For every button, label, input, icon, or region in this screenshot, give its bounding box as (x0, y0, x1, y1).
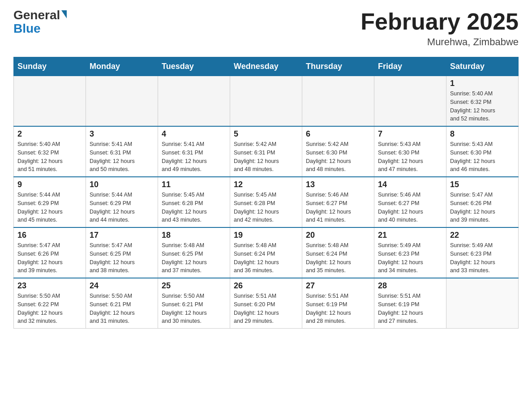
day-info: Sunrise: 5:51 AM Sunset: 6:20 PM Dayligh… (234, 292, 298, 325)
day-info: Sunrise: 5:42 AM Sunset: 6:30 PM Dayligh… (306, 140, 370, 174)
day-info: Sunrise: 5:49 AM Sunset: 6:23 PM Dayligh… (450, 241, 515, 275)
calendar-cell: 12Sunrise: 5:45 AM Sunset: 6:28 PM Dayli… (230, 177, 302, 227)
day-info: Sunrise: 5:51 AM Sunset: 6:19 PM Dayligh… (378, 292, 442, 325)
day-info: Sunrise: 5:47 AM Sunset: 6:26 PM Dayligh… (17, 241, 82, 275)
day-of-week-friday: Friday (374, 57, 446, 76)
calendar-cell: 10Sunrise: 5:44 AM Sunset: 6:29 PM Dayli… (86, 177, 158, 227)
title-block: February 2025 Murehwa, Zimbabwe (360, 9, 519, 48)
calendar-cell: 17Sunrise: 5:47 AM Sunset: 6:25 PM Dayli… (86, 227, 158, 278)
calendar-cell: 26Sunrise: 5:51 AM Sunset: 6:20 PM Dayli… (230, 278, 302, 329)
day-info: Sunrise: 5:51 AM Sunset: 6:19 PM Dayligh… (306, 292, 370, 325)
day-number: 11 (162, 180, 226, 189)
calendar-cell: 23Sunrise: 5:50 AM Sunset: 6:22 PM Dayli… (14, 278, 86, 329)
calendar-cell: 27Sunrise: 5:51 AM Sunset: 6:19 PM Dayli… (302, 278, 374, 329)
logo: General Blue (13, 9, 67, 35)
day-info: Sunrise: 5:46 AM Sunset: 6:27 PM Dayligh… (306, 191, 370, 224)
calendar-cell: 6Sunrise: 5:42 AM Sunset: 6:30 PM Daylig… (302, 126, 374, 177)
day-number: 24 (90, 281, 154, 291)
day-info: Sunrise: 5:46 AM Sunset: 6:27 PM Dayligh… (378, 191, 442, 224)
day-number: 1 (450, 79, 515, 88)
day-info: Sunrise: 5:42 AM Sunset: 6:31 PM Dayligh… (234, 140, 298, 174)
day-info: Sunrise: 5:41 AM Sunset: 6:31 PM Dayligh… (90, 140, 154, 174)
day-info: Sunrise: 5:43 AM Sunset: 6:30 PM Dayligh… (450, 140, 515, 174)
day-number: 23 (17, 281, 82, 291)
day-number: 12 (234, 180, 298, 189)
day-number: 20 (306, 231, 370, 240)
day-of-week-thursday: Thursday (302, 57, 374, 76)
day-number: 25 (162, 281, 226, 291)
calendar-cell (302, 76, 374, 127)
day-info: Sunrise: 5:47 AM Sunset: 6:25 PM Dayligh… (90, 241, 154, 275)
calendar-cell: 11Sunrise: 5:45 AM Sunset: 6:28 PM Dayli… (158, 177, 230, 227)
calendar-week-4: 16Sunrise: 5:47 AM Sunset: 6:26 PM Dayli… (14, 227, 519, 278)
calendar-cell: 28Sunrise: 5:51 AM Sunset: 6:19 PM Dayli… (374, 278, 446, 329)
day-info: Sunrise: 5:40 AM Sunset: 6:32 PM Dayligh… (450, 90, 515, 123)
calendar-cell: 14Sunrise: 5:46 AM Sunset: 6:27 PM Dayli… (374, 177, 446, 227)
calendar-cell (230, 76, 302, 127)
day-number: 19 (234, 231, 298, 240)
calendar-week-1: 1Sunrise: 5:40 AM Sunset: 6:32 PM Daylig… (14, 76, 519, 127)
calendar-week-5: 23Sunrise: 5:50 AM Sunset: 6:22 PM Dayli… (14, 278, 519, 329)
day-info: Sunrise: 5:43 AM Sunset: 6:30 PM Dayligh… (378, 140, 442, 174)
calendar-cell: 4Sunrise: 5:41 AM Sunset: 6:31 PM Daylig… (158, 126, 230, 177)
day-number: 7 (378, 129, 442, 139)
day-info: Sunrise: 5:40 AM Sunset: 6:32 PM Dayligh… (17, 140, 82, 174)
calendar-table: SundayMondayTuesdayWednesdayThursdayFrid… (13, 57, 519, 329)
day-info: Sunrise: 5:41 AM Sunset: 6:31 PM Dayligh… (162, 140, 226, 174)
day-number: 21 (378, 231, 442, 240)
day-of-week-sunday: Sunday (14, 57, 86, 76)
location-text: Murehwa, Zimbabwe (360, 36, 519, 48)
day-info: Sunrise: 5:50 AM Sunset: 6:22 PM Dayligh… (17, 292, 82, 325)
calendar-cell: 2Sunrise: 5:40 AM Sunset: 6:32 PM Daylig… (14, 126, 86, 177)
logo-blue-text: Blue (13, 22, 41, 35)
day-info: Sunrise: 5:48 AM Sunset: 6:24 PM Dayligh… (234, 241, 298, 275)
day-info: Sunrise: 5:44 AM Sunset: 6:29 PM Dayligh… (17, 191, 82, 224)
calendar-cell: 22Sunrise: 5:49 AM Sunset: 6:23 PM Dayli… (446, 227, 519, 278)
day-number: 8 (450, 129, 515, 139)
page-header: General Blue February 2025 Murehwa, Zimb… (13, 9, 519, 48)
day-of-week-tuesday: Tuesday (158, 57, 230, 76)
day-number: 26 (234, 281, 298, 291)
day-info: Sunrise: 5:50 AM Sunset: 6:21 PM Dayligh… (90, 292, 154, 325)
day-number: 4 (162, 129, 226, 139)
calendar-cell: 24Sunrise: 5:50 AM Sunset: 6:21 PM Dayli… (86, 278, 158, 329)
day-info: Sunrise: 5:49 AM Sunset: 6:23 PM Dayligh… (378, 241, 442, 275)
calendar-cell: 19Sunrise: 5:48 AM Sunset: 6:24 PM Dayli… (230, 227, 302, 278)
day-number: 28 (378, 281, 442, 291)
day-of-week-wednesday: Wednesday (230, 57, 302, 76)
logo-general-text: General (13, 9, 60, 21)
day-info: Sunrise: 5:50 AM Sunset: 6:21 PM Dayligh… (162, 292, 226, 325)
day-info: Sunrise: 5:44 AM Sunset: 6:29 PM Dayligh… (90, 191, 154, 224)
day-number: 16 (17, 231, 82, 240)
calendar-cell: 15Sunrise: 5:47 AM Sunset: 6:26 PM Dayli… (446, 177, 519, 227)
day-of-week-monday: Monday (86, 57, 158, 76)
day-of-week-saturday: Saturday (446, 57, 519, 76)
calendar-cell: 25Sunrise: 5:50 AM Sunset: 6:21 PM Dayli… (158, 278, 230, 329)
calendar-cell (14, 76, 86, 127)
day-number: 22 (450, 231, 515, 240)
calendar-cell (374, 76, 446, 127)
day-number: 3 (90, 129, 154, 139)
calendar-cell: 20Sunrise: 5:48 AM Sunset: 6:24 PM Dayli… (302, 227, 374, 278)
calendar-cell (446, 278, 519, 329)
day-number: 2 (17, 129, 82, 139)
calendar-week-3: 9Sunrise: 5:44 AM Sunset: 6:29 PM Daylig… (14, 177, 519, 227)
day-number: 15 (450, 180, 515, 189)
day-info: Sunrise: 5:45 AM Sunset: 6:28 PM Dayligh… (162, 191, 226, 224)
day-number: 14 (378, 180, 442, 189)
calendar-week-2: 2Sunrise: 5:40 AM Sunset: 6:32 PM Daylig… (14, 126, 519, 177)
calendar-cell: 16Sunrise: 5:47 AM Sunset: 6:26 PM Dayli… (14, 227, 86, 278)
calendar-header-row: SundayMondayTuesdayWednesdayThursdayFrid… (14, 57, 519, 76)
day-info: Sunrise: 5:45 AM Sunset: 6:28 PM Dayligh… (234, 191, 298, 224)
calendar-cell (86, 76, 158, 127)
day-number: 17 (90, 231, 154, 240)
calendar-cell: 3Sunrise: 5:41 AM Sunset: 6:31 PM Daylig… (86, 126, 158, 177)
calendar-cell: 7Sunrise: 5:43 AM Sunset: 6:30 PM Daylig… (374, 126, 446, 177)
day-number: 13 (306, 180, 370, 189)
day-number: 5 (234, 129, 298, 139)
calendar-cell: 1Sunrise: 5:40 AM Sunset: 6:32 PM Daylig… (446, 76, 519, 127)
day-number: 27 (306, 281, 370, 291)
day-number: 10 (90, 180, 154, 189)
day-info: Sunrise: 5:48 AM Sunset: 6:25 PM Dayligh… (162, 241, 226, 275)
day-number: 9 (17, 180, 82, 189)
